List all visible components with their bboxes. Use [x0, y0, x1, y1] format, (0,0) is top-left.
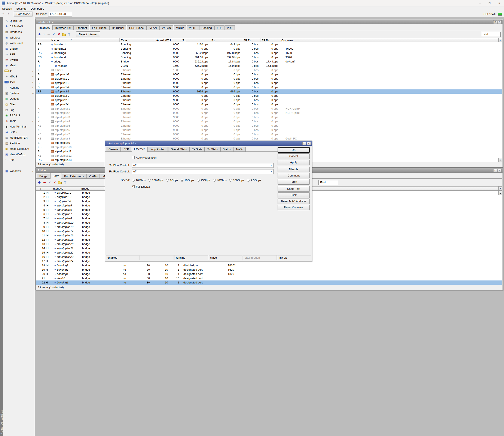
interface-row[interactable]: XSsfp-sfpplus8Ethernet90000 bps0 bps0 bp…	[36, 136, 502, 141]
sidebar-item-ipv6[interactable]: v6IPv6▸	[3, 79, 35, 85]
col-interface[interactable]: Interface	[51, 187, 80, 191]
col-fp-tx[interactable]: FP Tx	[242, 38, 260, 42]
sidebar-item-tools[interactable]: ⊕Tools▸	[3, 118, 35, 124]
speed-option-100mbps[interactable]: 100Mbps	[148, 179, 163, 182]
bridge-port-row[interactable]: 18IH●●bonding2bridgeno80101disabled port…	[36, 263, 502, 268]
apply-button[interactable]: Apply	[278, 160, 310, 165]
interface-row[interactable]: R●●bridgeBridge9000536.2 kbps17.8 kbps0 …	[36, 59, 502, 64]
dialog-tab-overall-stats[interactable]: Overall Stats	[168, 147, 189, 152]
comment-button[interactable]	[58, 182, 62, 184]
remove-button[interactable]: −	[43, 180, 46, 185]
interface-row[interactable]: Sqsfpplus1-1Ethernet90000 bps0 bps0 bps0…	[36, 72, 502, 77]
add-button[interactable]: +	[38, 180, 41, 185]
reset-counters-button[interactable]: Reset Counters	[278, 205, 310, 210]
find-input[interactable]: Find	[319, 180, 338, 185]
find-input[interactable]: Find	[481, 32, 501, 37]
interface-tab-interface[interactable]: Interface	[37, 25, 53, 30]
enable-button[interactable]: ✓	[52, 32, 55, 36]
sidebar-item-radius[interactable]: ◉RADIUS	[3, 113, 35, 118]
auto-negotiation-checkbox[interactable]: Auto Negotiation	[132, 155, 156, 160]
col-flags[interactable]	[36, 38, 50, 42]
chevron-down-icon[interactable]: ▼	[269, 163, 273, 167]
remove-button[interactable]: −	[47, 32, 50, 37]
sidebar-item-new-terminal[interactable]: ▮New Terminal	[3, 124, 35, 129]
interface-tab-interface-list[interactable]: Interface List	[53, 26, 74, 30]
redo-button[interactable]: ↷	[5, 12, 11, 16]
close-icon[interactable]: ×	[307, 142, 311, 145]
undo-button[interactable]: ↶	[0, 12, 5, 16]
sidebar-item-dot1x[interactable]: ⇉Dot1X	[3, 129, 35, 135]
column-select-button[interactable]: ▼	[498, 38, 502, 42]
maximize-icon[interactable]: □	[302, 142, 306, 145]
cable-test-button[interactable]: Cable Test	[278, 186, 310, 192]
col-comment[interactable]: Comment	[280, 38, 502, 42]
col-tx[interactable]: Tx	[181, 38, 210, 42]
interface-row[interactable]: XSsfp-sfpplus5Ethernet90000 bps0 bps0 bp…	[36, 124, 502, 128]
speed-option-1gbps[interactable]: 1Gbps	[166, 179, 178, 182]
maximize-button[interactable]: □	[485, 0, 494, 6]
sidebar-item-switch[interactable]: ⇄Switch	[3, 57, 35, 63]
menu-dashboard[interactable]: Dashboard	[28, 6, 46, 11]
dialog-tab-ethernet[interactable]: Ethernet	[132, 146, 147, 152]
col-rx[interactable]: Rx	[210, 38, 242, 42]
comment-button[interactable]: Comment	[278, 173, 310, 178]
col-actual-mtu[interactable]: Actual MTU	[155, 38, 181, 42]
detect-internet-button[interactable]: Detect Internet	[76, 31, 100, 37]
sidebar-item-system[interactable]: ▣System▸	[3, 90, 35, 96]
sidebar-item-wireless[interactable]: ◉Wireless	[3, 35, 35, 40]
rx-flow-control-select[interactable]: off ▼	[132, 169, 274, 174]
sidebar-item-bridge[interactable]: ▦Bridge	[3, 46, 35, 51]
dialog-tab-sfp[interactable]: SFP	[121, 147, 131, 152]
dialog-titlebar[interactable]: Interface <qsfpplus2-1> □ ×	[105, 141, 312, 146]
blink-button[interactable]: Blink	[278, 192, 310, 198]
reset-mac-address-button[interactable]: Reset MAC Address	[278, 199, 310, 204]
speed-option-100gbps[interactable]: 100Gbps	[229, 179, 244, 182]
interface-row[interactable]: RS◈bonding3Bonding9000266.2 kbps197.8 kb…	[36, 51, 502, 55]
menu-session[interactable]: Session	[0, 6, 14, 11]
full-duplex-checkbox[interactable]: Full Duplex	[132, 184, 150, 189]
bridge-port-row[interactable]: 22H●●bonding1bridgeno80101designated por…	[36, 281, 502, 285]
sidebar-item-files[interactable]: ▢Files	[3, 101, 35, 107]
safe-mode-button[interactable]: Safe Mode	[14, 11, 33, 17]
interface-row[interactable]: qsfpplus2-4Ethernet90000 bps0 bps0 bps0 …	[36, 102, 502, 107]
col-name[interactable]: Name/	[50, 38, 120, 42]
bridge-tab-ports[interactable]: Ports	[50, 173, 61, 179]
maximize-icon[interactable]: □	[493, 169, 497, 172]
interface-row[interactable]: Sqsfpplus1-3Ethernet90000 bps0 bps0 bps0…	[36, 81, 502, 85]
interface-tab-lte[interactable]: LTE	[214, 26, 224, 30]
disable-button[interactable]: ×	[57, 32, 60, 36]
torch-button[interactable]: Torch	[278, 179, 310, 185]
interface-row[interactable]: S◈bonding2Bonding90000 bps0 bps0 bps0 bp…	[36, 47, 502, 51]
interface-row[interactable]: XSsfp-sfpplus6Ethernet90000 bps0 bps0 bp…	[36, 128, 502, 132]
bridge-tab-port-extensions[interactable]: Port Extensions	[62, 174, 86, 178]
speed-option-10gbps[interactable]: 10Gbps	[181, 179, 194, 182]
interface-row[interactable]: XSsfp-sfpplus7Ethernet90000 bps0 bps0 bp…	[36, 132, 502, 136]
interface-tab-ip-tunnel[interactable]: IP Tunnel	[110, 26, 127, 30]
sidebar-item-exit[interactable]: ↪Exit	[3, 157, 35, 163]
close-icon[interactable]: ×	[498, 20, 502, 24]
interface-row[interactable]: Xsfp-sfpplus1Ethernet90000 bps0 bps0 bps…	[36, 107, 502, 111]
comment-button[interactable]	[62, 34, 66, 36]
speed-option-25gbps[interactable]: 25Gbps	[197, 179, 211, 182]
sidebar-item-quick-set[interactable]: ✎Quick Set	[3, 18, 35, 24]
interface-row[interactable]: RS◈bonding1Bonding90001160 bps648 bps0 b…	[36, 42, 502, 47]
interface-tab-vlan[interactable]: VLAN	[147, 26, 159, 30]
sidebar-item-metarouter[interactable]: ▦MetaROUTER	[3, 135, 35, 140]
close-icon[interactable]: ×	[498, 169, 502, 172]
scroll-up-button[interactable]: ▲	[498, 191, 502, 195]
dialog-tab-status[interactable]: Status	[220, 147, 233, 152]
sidebar-item-mpls[interactable]: ✦MPLS▸	[3, 73, 35, 79]
chevron-down-icon[interactable]: ▼	[269, 169, 273, 174]
interface-row[interactable]: qsfpplus2-2Ethernet90000 bps0 bps0 bps0 …	[36, 94, 502, 98]
bridge-port-row[interactable]: 20H●●bonding4bridgeno80101designated por…	[36, 272, 502, 276]
bridge-tab-vlans[interactable]: VLANs	[86, 174, 100, 178]
dialog-tab-rx-stats[interactable]: Rx Stats	[189, 147, 205, 152]
minimize-button[interactable]: ─	[475, 0, 485, 6]
sidebar-item-wireguard[interactable]: ◎WireGuard	[3, 40, 35, 46]
interface-tab-vrf[interactable]: VRF	[224, 26, 235, 30]
maximize-icon[interactable]: □	[493, 20, 497, 24]
sidebar-item-routing[interactable]: ⇅Routing▸	[3, 85, 35, 90]
dialog-tab-loop-protect[interactable]: Loop Protect	[147, 147, 168, 152]
add-button[interactable]: +	[38, 32, 41, 37]
dialog-tab-general[interactable]: General	[106, 147, 121, 152]
